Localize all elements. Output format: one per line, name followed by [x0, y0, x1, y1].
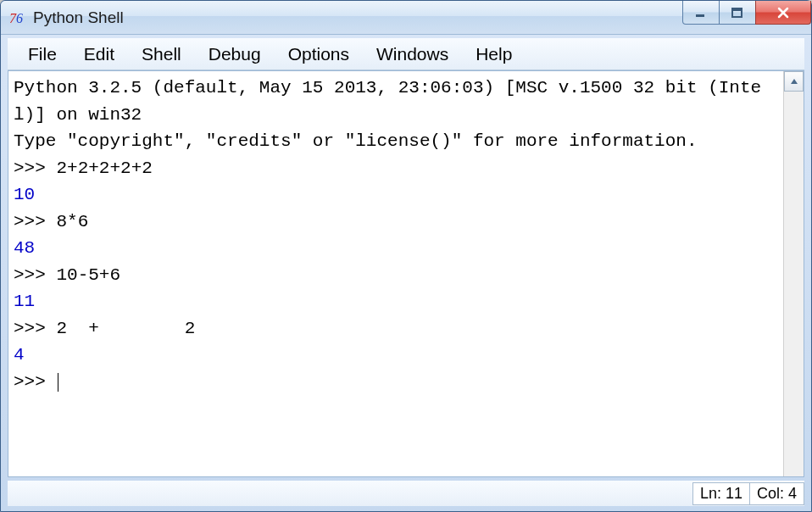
content-area: Python 3.2.5 (default, May 15 2013, 23:0… [8, 70, 804, 477]
statusbar: Ln: 11 Col: 4 [8, 481, 804, 506]
window-title: Python Shell [33, 8, 683, 27]
status-col: Col: 4 [749, 482, 804, 505]
prompt: >>> [14, 159, 56, 178]
input-line: 8*6 [56, 212, 88, 231]
status-line: Ln: 11 [692, 482, 750, 505]
prompt: >>> [14, 212, 56, 231]
menu-edit[interactable]: Edit [70, 41, 128, 68]
prompt: >>> [14, 372, 56, 392]
svg-text:6: 6 [16, 11, 23, 25]
menu-windows[interactable]: Windows [363, 41, 462, 68]
maximize-button[interactable] [719, 1, 756, 25]
input-line: 2 + 2 [56, 319, 195, 338]
window-controls [683, 1, 811, 34]
output-line: 4 [14, 345, 25, 365]
terminal-output[interactable]: Python 3.2.5 (default, May 15 2013, 23:0… [8, 71, 783, 476]
menubar: File Edit Shell Debug Options Windows He… [8, 38, 804, 70]
output-line: 10 [14, 185, 35, 204]
scroll-up-button[interactable] [784, 71, 804, 92]
menu-options[interactable]: Options [275, 41, 363, 68]
menu-shell[interactable]: Shell [128, 41, 195, 68]
input-line: 2+2+2+2+2 [56, 159, 152, 178]
window-frame: 7 6 Python Shell File Edit Shell Debug O… [0, 0, 812, 512]
svg-rect-4 [732, 8, 742, 11]
output-line: 48 [14, 238, 35, 258]
close-button[interactable] [755, 1, 811, 25]
menu-file[interactable]: File [14, 41, 70, 68]
prompt: >>> [14, 265, 56, 285]
svg-rect-2 [696, 14, 704, 17]
minimize-button[interactable] [682, 1, 720, 25]
scrollbar[interactable] [783, 71, 804, 476]
cursor [58, 373, 58, 392]
menu-debug[interactable]: Debug [195, 41, 275, 68]
titlebar[interactable]: 7 6 Python Shell [1, 1, 811, 35]
input-line: 10-5+6 [56, 265, 120, 285]
banner-line: Type "copyright", "credits" or "license(… [14, 131, 698, 151]
prompt: >>> [14, 319, 56, 338]
menu-help[interactable]: Help [462, 41, 526, 68]
app-icon: 7 6 [9, 9, 26, 26]
output-line: 11 [14, 292, 35, 311]
banner-line: Python 3.2.5 (default, May 15 2013, 23:0… [14, 78, 761, 125]
